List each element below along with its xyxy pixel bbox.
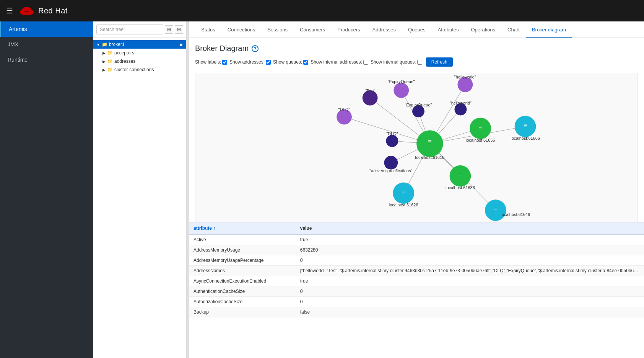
tree-search-bar: ⊞ ⊟ <box>93 21 186 38</box>
graph-container: ≡ localhost:61616 ≡ localhost:61656 ≡ lo… <box>195 73 638 222</box>
cell-value: 0 <box>296 255 644 266</box>
show-labels-control[interactable]: Show labels: <box>195 59 227 65</box>
tab-broker-diagram[interactable]: Broker diagram <box>526 21 572 38</box>
svg-text:"DLQ": "DLQ" <box>386 131 398 136</box>
tab-chart[interactable]: Chart <box>501 21 526 38</box>
table-section: attribute ↑ value ActivetrueAddressMemor… <box>189 222 644 358</box>
sidebar-item-runtime[interactable]: Runtime <box>0 52 93 67</box>
folder-icon: 📁 <box>107 67 113 72</box>
diagram-title: Broker Diagram ? <box>195 44 638 53</box>
col-value[interactable]: value <box>296 222 644 234</box>
svg-text:"DLQ": "DLQ" <box>338 107 350 112</box>
cell-value: ["helloworld","Test","$.artemis.internal… <box>296 266 644 276</box>
svg-text:"helloworld": "helloworld" <box>454 75 476 79</box>
svg-text:≡: ≡ <box>459 172 462 178</box>
svg-text:≡: ≡ <box>524 122 527 128</box>
cell-value: 6632280 <box>296 245 644 255</box>
broker-diagram-svg: ≡ localhost:61616 ≡ localhost:61656 ≡ lo… <box>195 73 637 222</box>
cell-attribute: AuthenticationCacheSize <box>189 286 296 297</box>
node-activemq-addr[interactable] <box>384 156 398 170</box>
search-input[interactable] <box>96 25 163 34</box>
svg-text:localhost:61616: localhost:61616 <box>415 155 445 160</box>
tab-producers[interactable]: Producers <box>331 21 366 38</box>
arrow-icon: ▼ <box>96 43 100 47</box>
diagram-section: Broker Diagram ? Show labels: Show addre… <box>189 38 644 73</box>
help-icon[interactable]: ? <box>252 45 259 52</box>
cell-attribute: AddressMemoryUsage <box>189 245 296 255</box>
tree-node-acceptors[interactable]: ▶ 📁 acceptors <box>93 49 186 57</box>
svg-text:≡: ≡ <box>494 206 498 212</box>
tab-connections[interactable]: Connections <box>221 21 261 38</box>
tree-panel: ⊞ ⊟ ▼ 📁 broker1 ▶ ▶ 📁 acceptors ▶ 📁 addr… <box>93 21 187 358</box>
show-internal-addresses-control[interactable]: Show internal addresses: <box>311 59 368 65</box>
tab-attributes[interactable]: Attributes <box>432 21 465 38</box>
tab-operations[interactable]: Operations <box>465 21 502 38</box>
sidebar: Artemis JMX Runtime <box>0 21 93 358</box>
tree-node-broker1[interactable]: ▼ 📁 broker1 ▶ <box>93 40 186 49</box>
hamburger-icon[interactable]: ☰ <box>6 6 13 15</box>
table-row: AddressMemoryUsagePercentage0 <box>189 255 644 266</box>
cell-attribute: Active <box>189 234 296 245</box>
attributes-table: attribute ↑ value ActivetrueAddressMemor… <box>189 222 644 317</box>
table-header-row: attribute ↑ value <box>189 222 644 234</box>
tree-node-cluster-connections[interactable]: ▶ 📁 cluster-connections <box>93 65 186 74</box>
show-internal-queues-checkbox[interactable] <box>417 60 422 65</box>
tab-addresses[interactable]: Addresses <box>366 21 402 38</box>
node-dlq-queue[interactable] <box>386 135 398 147</box>
arrow-icon: ▶ <box>102 59 106 64</box>
tree-content: ▼ 📁 broker1 ▶ ▶ 📁 acceptors ▶ 📁 addresse… <box>93 38 186 358</box>
cell-value: true <box>296 276 644 286</box>
show-labels-checkbox[interactable] <box>222 60 227 65</box>
svg-text:localhost:61626: localhost:61626 <box>389 203 418 207</box>
table-row: AsyncConnectionExecutionEnabledtrue <box>189 276 644 286</box>
sidebar-item-artemis[interactable]: Artemis <box>0 21 93 37</box>
app-title: Red Hat <box>38 7 68 15</box>
svg-text:"ExpiryQueue": "ExpiryQueue" <box>388 79 415 84</box>
sidebar-item-jmx[interactable]: JMX <box>0 37 93 52</box>
svg-text:"ExpiryQueue": "ExpiryQueue" <box>405 103 432 107</box>
show-addresses-control[interactable]: Show addresses: <box>229 59 271 65</box>
show-internal-queues-control[interactable]: Show internal queues: <box>371 59 422 65</box>
content-area: Status Connections Sessions Consumers Pr… <box>189 21 644 358</box>
tree-node-addresses[interactable]: ▶ 📁 addresses <box>93 57 186 65</box>
show-queues-checkbox[interactable] <box>303 60 308 65</box>
table-body: ActivetrueAddressMemoryUsage6632280Addre… <box>189 234 644 317</box>
top-nav: ☰ Red Hat <box>0 0 644 21</box>
table-row: AddressMemoryUsage6632280 <box>189 245 644 255</box>
cell-attribute: AsyncConnectionExecutionEnabled <box>189 276 296 286</box>
cell-value: false <box>296 307 644 317</box>
show-queues-control[interactable]: Show queues: <box>273 59 308 65</box>
table-row: Backupfalse <box>189 307 644 317</box>
show-internal-addresses-checkbox[interactable] <box>363 60 368 65</box>
cell-attribute: AddressMemoryUsagePercentage <box>189 255 296 266</box>
cell-attribute: AuthorizationCacheSize <box>189 297 296 307</box>
refresh-button[interactable]: Refresh <box>426 57 453 67</box>
arrow-icon: ▶ <box>102 68 106 72</box>
show-addresses-checkbox[interactable] <box>266 60 271 65</box>
svg-text:"Test": "Test" <box>365 88 376 93</box>
table-row: AuthenticationCacheSize0 <box>189 286 644 297</box>
arrow-icon: ▶ <box>102 51 106 55</box>
node-expiryqueue-addr1[interactable] <box>394 83 409 98</box>
folder-icon: 📁 <box>107 59 113 64</box>
table-row: AddressNames["helloworld","Test","$.arte… <box>189 266 644 276</box>
tab-status[interactable]: Status <box>195 21 221 38</box>
cell-value: true <box>296 234 644 245</box>
tab-consumers[interactable]: Consumers <box>294 21 331 38</box>
table-row: AuthorizationCacheSize0 <box>189 297 644 307</box>
svg-text:≡: ≡ <box>479 124 482 130</box>
expand-all-icon[interactable]: ⊞ <box>165 25 173 34</box>
collapse-all-icon[interactable]: ⊟ <box>175 25 183 34</box>
svg-text:"helloworld": "helloworld" <box>450 101 472 105</box>
cell-attribute: AddressNames <box>189 266 296 276</box>
redhat-logo-icon <box>19 5 34 16</box>
svg-text:localhost:61666: localhost:61666 <box>511 136 540 141</box>
tab-queues[interactable]: Queues <box>402 21 432 38</box>
diagram-controls: Show labels: Show addresses: Show queues… <box>195 57 638 67</box>
tab-bar: Status Connections Sessions Consumers Pr… <box>189 21 644 38</box>
nav-arrow-icon: ▶ <box>180 43 183 47</box>
col-attribute[interactable]: attribute ↑ <box>189 222 296 234</box>
tab-sessions[interactable]: Sessions <box>261 21 294 38</box>
svg-text:localhost:61636: localhost:61636 <box>446 185 475 190</box>
cell-attribute: Backup <box>189 307 296 317</box>
